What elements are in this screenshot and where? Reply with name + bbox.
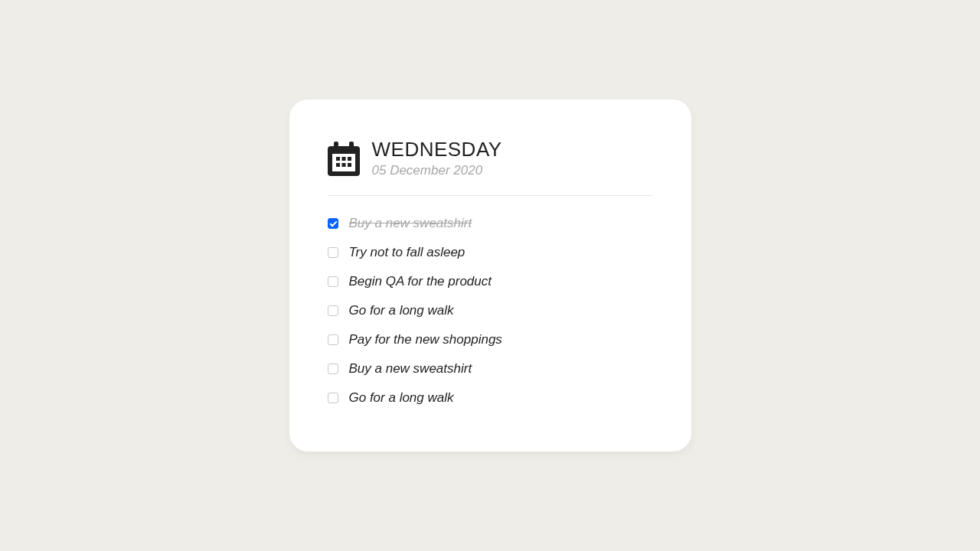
svg-rect-6 xyxy=(341,163,345,167)
todo-item: Go for a long walk xyxy=(328,303,653,318)
date: 05 December 2020 xyxy=(372,163,502,178)
todo-label[interactable]: Go for a long walk xyxy=(349,390,454,406)
header-text: WEDNESDAY 05 December 2020 xyxy=(372,138,502,178)
todo-label[interactable]: Buy a new sweatshirt xyxy=(349,216,472,231)
todo-checkbox[interactable] xyxy=(328,393,338,403)
svg-rect-4 xyxy=(348,157,351,161)
todo-checkbox[interactable] xyxy=(328,364,338,374)
todo-item: Begin QA for the product xyxy=(328,274,653,289)
todo-checkbox[interactable] xyxy=(328,276,338,287)
todo-checkbox[interactable] xyxy=(328,247,338,258)
todo-item: Try not to fall asleep xyxy=(328,245,653,260)
svg-rect-2 xyxy=(336,157,340,161)
todo-list: Buy a new sweatshirt Try not to fall asl… xyxy=(328,216,653,406)
todo-checkbox[interactable] xyxy=(328,334,338,345)
todo-checkbox[interactable] xyxy=(328,218,338,229)
day-name: WEDNESDAY xyxy=(372,138,502,161)
todo-label[interactable]: Try not to fall asleep xyxy=(349,245,466,260)
todo-label[interactable]: Buy a new sweatshirt xyxy=(349,361,472,377)
todo-label[interactable]: Pay for the new shoppings xyxy=(349,332,502,347)
divider xyxy=(328,195,653,196)
todo-checkbox[interactable] xyxy=(328,305,338,316)
card-header: WEDNESDAY 05 December 2020 xyxy=(328,138,653,178)
todo-item: Buy a new sweatshirt xyxy=(328,216,653,231)
todo-item: Go for a long walk xyxy=(328,390,653,406)
todo-item: Buy a new sweatshirt xyxy=(328,361,653,377)
svg-rect-7 xyxy=(348,163,351,167)
svg-rect-5 xyxy=(336,163,340,167)
todo-label[interactable]: Go for a long walk xyxy=(349,303,454,318)
todo-card: WEDNESDAY 05 December 2020 Buy a new swe… xyxy=(289,99,691,452)
todo-item: Pay for the new shoppings xyxy=(328,332,653,347)
calendar-icon xyxy=(328,141,360,176)
svg-rect-3 xyxy=(341,157,345,161)
todo-label[interactable]: Begin QA for the product xyxy=(349,274,492,289)
